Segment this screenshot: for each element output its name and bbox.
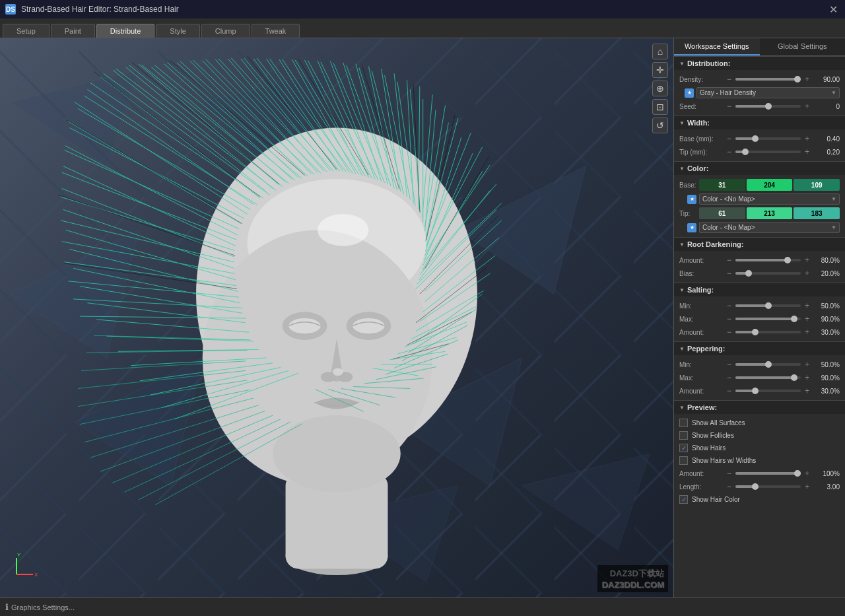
preview-length-track[interactable] xyxy=(735,485,801,488)
salting-amount-track[interactable] xyxy=(735,331,801,333)
svg-point-13 xyxy=(273,415,401,492)
base-mm-slider: − + xyxy=(726,134,811,143)
peppering-max-plus[interactable]: + xyxy=(803,373,811,382)
base-mm-plus[interactable]: + xyxy=(803,134,811,143)
seed-label: Seed: xyxy=(679,103,726,110)
tip-b-swatch[interactable]: 183 xyxy=(794,207,840,219)
salting-label: Salting: xyxy=(687,286,714,294)
panel-tab-global[interactable]: Global Settings xyxy=(760,38,846,55)
base-b-swatch[interactable]: 109 xyxy=(794,179,840,191)
peppering-min-minus[interactable]: − xyxy=(726,360,733,369)
salting-max-minus[interactable]: − xyxy=(726,314,733,324)
seed-minus[interactable]: − xyxy=(726,102,733,111)
salting-max-plus[interactable]: + xyxy=(803,314,811,324)
base-g-swatch[interactable]: 204 xyxy=(747,179,793,191)
section-distribution[interactable]: ▼ Distribution: xyxy=(674,56,845,70)
tip-mm-minus[interactable]: − xyxy=(726,147,733,156)
preview-length-plus[interactable]: + xyxy=(803,482,811,491)
rd-amount-minus[interactable]: − xyxy=(726,256,733,265)
tool-fit[interactable]: ⊡ xyxy=(652,99,668,115)
section-peppering[interactable]: ▼ Peppering: xyxy=(674,341,845,355)
show-follicles-checkbox[interactable] xyxy=(679,431,688,440)
base-mm-track[interactable] xyxy=(735,137,801,140)
tool-rotate[interactable]: ↺ xyxy=(652,118,668,133)
preview-length-minus[interactable]: − xyxy=(726,482,733,491)
salting-min-minus[interactable]: − xyxy=(726,301,733,310)
tab-paint[interactable]: Paint xyxy=(51,24,95,38)
tab-distribute[interactable]: Distribute xyxy=(96,24,154,38)
peppering-min-row: Min: − + 50.0% xyxy=(674,358,845,371)
preview-amount-track[interactable] xyxy=(735,472,801,475)
panel-tab-workspace[interactable]: Workspace Settings xyxy=(674,38,760,55)
show-hair-color-row[interactable]: ✓ Show Hair Color xyxy=(674,493,845,506)
section-preview[interactable]: ▼ Preview: xyxy=(674,400,845,414)
preview-amount-minus[interactable]: − xyxy=(726,469,733,478)
tip-mm-thumb xyxy=(742,149,749,155)
tab-setup[interactable]: Setup xyxy=(3,24,50,38)
show-all-surfaces-row[interactable]: Show All Surfaces xyxy=(674,417,845,429)
show-all-surfaces-checkbox[interactable] xyxy=(679,419,688,427)
tool-zoom[interactable]: ⊕ xyxy=(652,81,668,96)
peppering-min-track[interactable] xyxy=(735,363,801,366)
density-map-dropdown[interactable]: Gray - Hair Density ▼ xyxy=(696,87,840,98)
seed-plus[interactable]: + xyxy=(803,102,811,111)
rd-amount-plus[interactable]: + xyxy=(803,256,811,265)
tab-clump[interactable]: Clump xyxy=(201,24,250,38)
show-hair-color-checkbox[interactable]: ✓ xyxy=(679,495,688,504)
salting-triangle-icon: ▼ xyxy=(679,287,685,293)
seed-value: 0 xyxy=(811,103,840,110)
seed-track[interactable] xyxy=(735,105,801,108)
rd-bias-track[interactable] xyxy=(735,272,801,275)
tip-g-swatch[interactable]: 213 xyxy=(747,207,793,219)
preview-triangle-icon: ▼ xyxy=(679,405,685,411)
salting-amount-plus[interactable]: + xyxy=(803,327,811,337)
viewport[interactable]: ⌂ ✛ ⊕ ⊡ ↺ Y X DAZ3D下载站 DAZ3DDL.COM xyxy=(0,38,673,598)
peppering-amount-minus[interactable]: − xyxy=(726,386,733,395)
show-hairs-widths-row[interactable]: Show Hairs w/ Widths xyxy=(674,454,845,467)
rd-amount-track[interactable] xyxy=(735,259,801,261)
base-mm-minus[interactable]: − xyxy=(726,134,733,143)
base-map-dropdown[interactable]: Color - <No Map> ▼ xyxy=(699,193,840,205)
density-plus[interactable]: + xyxy=(803,75,811,84)
peppering-max-thumb xyxy=(791,374,797,381)
rd-bias-plus[interactable]: + xyxy=(803,269,811,278)
salting-max-track[interactable] xyxy=(735,318,801,320)
show-follicles-row[interactable]: Show Follicles xyxy=(674,429,845,442)
salting-min-track[interactable] xyxy=(735,304,801,307)
tool-home[interactable]: ⌂ xyxy=(652,44,668,59)
salting-min-fill xyxy=(735,304,768,307)
panel-tabs: Workspace Settings Global Settings xyxy=(674,38,845,56)
rd-bias-minus[interactable]: − xyxy=(726,269,733,278)
graphics-settings-button[interactable]: ℹ Graphics Settings... xyxy=(5,602,75,612)
tip-r-swatch[interactable]: 61 xyxy=(699,207,745,219)
close-button[interactable]: ✕ xyxy=(827,3,840,16)
section-root-darkening[interactable]: ▼ Root Darkening: xyxy=(674,237,845,251)
width-content: Base (mm): − + 0.40 Tip (mm): − xyxy=(674,129,845,161)
peppering-max-minus[interactable]: − xyxy=(726,373,733,382)
peppering-max-track[interactable] xyxy=(735,376,801,379)
section-salting[interactable]: ▼ Salting: xyxy=(674,283,845,296)
tip-mm-plus[interactable]: + xyxy=(803,147,811,156)
peppering-amount-track[interactable] xyxy=(735,390,801,392)
tip-map-icon: ★ xyxy=(687,223,696,232)
tool-move[interactable]: ✛ xyxy=(652,62,668,78)
tab-tweak[interactable]: Tweak xyxy=(252,24,300,38)
tab-style[interactable]: Style xyxy=(156,24,199,38)
tip-mm-track[interactable] xyxy=(735,151,801,153)
peppering-min-plus[interactable]: + xyxy=(803,360,811,369)
show-hairs-row[interactable]: ✓ Show Hairs xyxy=(674,442,845,454)
section-color[interactable]: ▼ Color: xyxy=(674,161,845,175)
density-track[interactable] xyxy=(735,78,801,81)
density-minus[interactable]: − xyxy=(726,75,733,84)
preview-amount-plus[interactable]: + xyxy=(803,469,811,478)
tip-map-dropdown[interactable]: Color - <No Map> ▼ xyxy=(699,222,840,233)
peppering-amount-plus[interactable]: + xyxy=(803,386,811,395)
svg-point-16 xyxy=(288,318,320,333)
seed-slider-container: − + xyxy=(726,102,811,111)
section-width[interactable]: ▼ Width: xyxy=(674,116,845,129)
salting-amount-minus[interactable]: − xyxy=(726,327,733,337)
salting-min-plus[interactable]: + xyxy=(803,301,811,310)
show-hairs-widths-checkbox[interactable] xyxy=(679,456,688,465)
show-hairs-checkbox[interactable]: ✓ xyxy=(679,444,688,452)
base-r-swatch[interactable]: 31 xyxy=(699,179,745,191)
